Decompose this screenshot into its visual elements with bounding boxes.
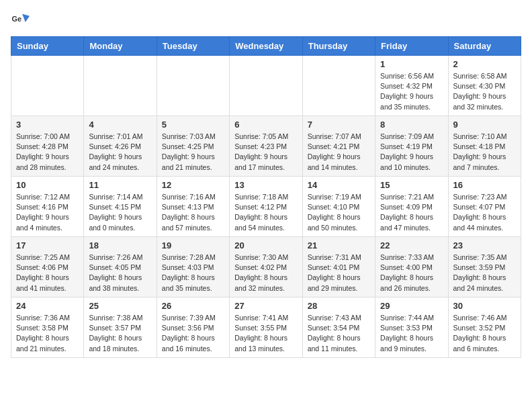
day-info: Sunrise: 7:03 AM Sunset: 4:25 PM Dayligh… [162, 132, 224, 173]
weekday-header-cell: Friday [375, 37, 448, 56]
calendar-day-cell: 10Sunrise: 7:12 AM Sunset: 4:16 PM Dayli… [11, 177, 84, 237]
calendar-day-cell: 30Sunrise: 7:46 AM Sunset: 3:52 PM Dayli… [448, 298, 521, 358]
calendar-day-cell [157, 56, 229, 116]
svg-marker-1 [22, 14, 30, 22]
day-info: Sunrise: 7:44 AM Sunset: 3:53 PM Dayligh… [380, 313, 443, 354]
calendar-day-cell [302, 56, 375, 116]
svg-text:Ge: Ge [12, 15, 22, 23]
day-number: 21 [308, 240, 370, 250]
day-number: 22 [380, 240, 443, 250]
calendar-day-cell: 18Sunrise: 7:26 AM Sunset: 4:05 PM Dayli… [84, 237, 157, 298]
day-number: 26 [162, 301, 224, 311]
day-info: Sunrise: 7:23 AM Sunset: 4:07 PM Dayligh… [453, 192, 516, 233]
day-info: Sunrise: 7:41 AM Sunset: 3:55 PM Dayligh… [234, 313, 297, 354]
calendar-day-cell: 9Sunrise: 7:10 AM Sunset: 4:18 PM Daylig… [448, 116, 521, 177]
day-info: Sunrise: 7:18 AM Sunset: 4:12 PM Dayligh… [234, 192, 297, 233]
calendar-day-cell: 25Sunrise: 7:38 AM Sunset: 3:57 PM Dayli… [84, 298, 157, 358]
day-info: Sunrise: 6:56 AM Sunset: 4:32 PM Dayligh… [380, 71, 443, 112]
day-number: 15 [380, 180, 443, 190]
day-number: 6 [234, 120, 297, 130]
day-number: 7 [308, 120, 370, 130]
day-info: Sunrise: 6:58 AM Sunset: 4:30 PM Dayligh… [453, 71, 516, 112]
day-info: Sunrise: 7:28 AM Sunset: 4:03 PM Dayligh… [162, 253, 224, 293]
day-number: 25 [89, 301, 151, 311]
day-number: 11 [89, 180, 151, 190]
day-info: Sunrise: 7:30 AM Sunset: 4:02 PM Dayligh… [234, 253, 297, 293]
calendar-week-row: 10Sunrise: 7:12 AM Sunset: 4:16 PM Dayli… [11, 177, 521, 237]
calendar-week-row: 17Sunrise: 7:25 AM Sunset: 4:06 PM Dayli… [11, 237, 521, 298]
calendar-day-cell: 12Sunrise: 7:16 AM Sunset: 4:13 PM Dayli… [157, 177, 229, 237]
logo: Ge [11, 11, 32, 30]
day-number: 4 [89, 120, 151, 130]
day-info: Sunrise: 7:35 AM Sunset: 3:59 PM Dayligh… [453, 253, 516, 293]
weekday-header-cell: Saturday [448, 37, 521, 56]
calendar-day-cell: 11Sunrise: 7:14 AM Sunset: 4:15 PM Dayli… [84, 177, 157, 237]
calendar-day-cell: 4Sunrise: 7:01 AM Sunset: 4:26 PM Daylig… [84, 116, 157, 177]
day-number: 17 [16, 240, 79, 250]
calendar-day-cell: 6Sunrise: 7:05 AM Sunset: 4:23 PM Daylig… [230, 116, 302, 177]
calendar-week-row: 1Sunrise: 6:56 AM Sunset: 4:32 PM Daylig… [11, 56, 521, 116]
day-info: Sunrise: 7:36 AM Sunset: 3:58 PM Dayligh… [16, 313, 79, 354]
day-info: Sunrise: 7:07 AM Sunset: 4:21 PM Dayligh… [308, 132, 370, 173]
calendar-day-cell: 1Sunrise: 6:56 AM Sunset: 4:32 PM Daylig… [375, 56, 448, 116]
day-info: Sunrise: 7:21 AM Sunset: 4:09 PM Dayligh… [380, 192, 443, 233]
day-info: Sunrise: 7:10 AM Sunset: 4:18 PM Dayligh… [453, 132, 516, 173]
calendar-week-row: 3Sunrise: 7:00 AM Sunset: 4:28 PM Daylig… [11, 116, 521, 177]
calendar-day-cell: 21Sunrise: 7:31 AM Sunset: 4:01 PM Dayli… [302, 237, 375, 298]
day-number: 19 [162, 240, 224, 250]
calendar-day-cell: 17Sunrise: 7:25 AM Sunset: 4:06 PM Dayli… [11, 237, 84, 298]
calendar-day-cell: 27Sunrise: 7:41 AM Sunset: 3:55 PM Dayli… [230, 298, 302, 358]
day-number: 14 [308, 180, 370, 190]
calendar-day-cell: 8Sunrise: 7:09 AM Sunset: 4:19 PM Daylig… [375, 116, 448, 177]
day-number: 16 [453, 180, 516, 190]
day-number: 13 [234, 180, 297, 190]
weekday-header-cell: Monday [84, 37, 157, 56]
day-number: 29 [380, 301, 443, 311]
day-info: Sunrise: 7:46 AM Sunset: 3:52 PM Dayligh… [453, 313, 516, 354]
calendar-day-cell [11, 56, 84, 116]
calendar-day-cell: 15Sunrise: 7:21 AM Sunset: 4:09 PM Dayli… [375, 177, 448, 237]
day-number: 3 [16, 120, 79, 130]
page-header: Ge [11, 11, 521, 30]
weekday-header-cell: Wednesday [230, 37, 302, 56]
weekday-header-cell: Sunday [11, 37, 84, 56]
day-info: Sunrise: 7:26 AM Sunset: 4:05 PM Dayligh… [89, 253, 151, 293]
calendar-day-cell [84, 56, 157, 116]
day-info: Sunrise: 7:14 AM Sunset: 4:15 PM Dayligh… [89, 192, 151, 233]
day-info: Sunrise: 7:38 AM Sunset: 3:57 PM Dayligh… [89, 313, 151, 354]
day-info: Sunrise: 7:39 AM Sunset: 3:56 PM Dayligh… [162, 313, 224, 354]
weekday-header-cell: Tuesday [157, 37, 229, 56]
calendar-day-cell: 19Sunrise: 7:28 AM Sunset: 4:03 PM Dayli… [157, 237, 229, 298]
day-number: 1 [380, 59, 443, 69]
day-number: 23 [453, 240, 516, 250]
day-info: Sunrise: 7:12 AM Sunset: 4:16 PM Dayligh… [16, 192, 79, 233]
day-info: Sunrise: 7:09 AM Sunset: 4:19 PM Dayligh… [380, 132, 443, 173]
day-info: Sunrise: 7:33 AM Sunset: 4:00 PM Dayligh… [380, 253, 443, 293]
day-number: 12 [162, 180, 224, 190]
calendar-day-cell: 28Sunrise: 7:43 AM Sunset: 3:54 PM Dayli… [302, 298, 375, 358]
calendar-day-cell [230, 56, 302, 116]
calendar-day-cell: 3Sunrise: 7:00 AM Sunset: 4:28 PM Daylig… [11, 116, 84, 177]
day-number: 24 [16, 301, 79, 311]
day-info: Sunrise: 7:31 AM Sunset: 4:01 PM Dayligh… [308, 253, 370, 293]
calendar-day-cell: 29Sunrise: 7:44 AM Sunset: 3:53 PM Dayli… [375, 298, 448, 358]
day-info: Sunrise: 7:16 AM Sunset: 4:13 PM Dayligh… [162, 192, 224, 233]
calendar-day-cell: 22Sunrise: 7:33 AM Sunset: 4:00 PM Dayli… [375, 237, 448, 298]
day-info: Sunrise: 7:43 AM Sunset: 3:54 PM Dayligh… [308, 313, 370, 354]
day-info: Sunrise: 7:01 AM Sunset: 4:26 PM Dayligh… [89, 132, 151, 173]
calendar-day-cell: 23Sunrise: 7:35 AM Sunset: 3:59 PM Dayli… [448, 237, 521, 298]
calendar-day-cell: 13Sunrise: 7:18 AM Sunset: 4:12 PM Dayli… [230, 177, 302, 237]
calendar-body: 1Sunrise: 6:56 AM Sunset: 4:32 PM Daylig… [11, 56, 521, 358]
day-info: Sunrise: 7:19 AM Sunset: 4:10 PM Dayligh… [308, 192, 370, 233]
day-info: Sunrise: 7:05 AM Sunset: 4:23 PM Dayligh… [234, 132, 297, 173]
calendar-day-cell: 5Sunrise: 7:03 AM Sunset: 4:25 PM Daylig… [157, 116, 229, 177]
weekday-header-cell: Thursday [302, 37, 375, 56]
day-number: 30 [453, 301, 516, 311]
day-number: 8 [380, 120, 443, 130]
calendar-day-cell: 14Sunrise: 7:19 AM Sunset: 4:10 PM Dayli… [302, 177, 375, 237]
calendar-day-cell: 7Sunrise: 7:07 AM Sunset: 4:21 PM Daylig… [302, 116, 375, 177]
calendar-day-cell: 2Sunrise: 6:58 AM Sunset: 4:30 PM Daylig… [448, 56, 521, 116]
day-number: 9 [453, 120, 516, 130]
day-number: 2 [453, 59, 516, 69]
day-number: 27 [234, 301, 297, 311]
